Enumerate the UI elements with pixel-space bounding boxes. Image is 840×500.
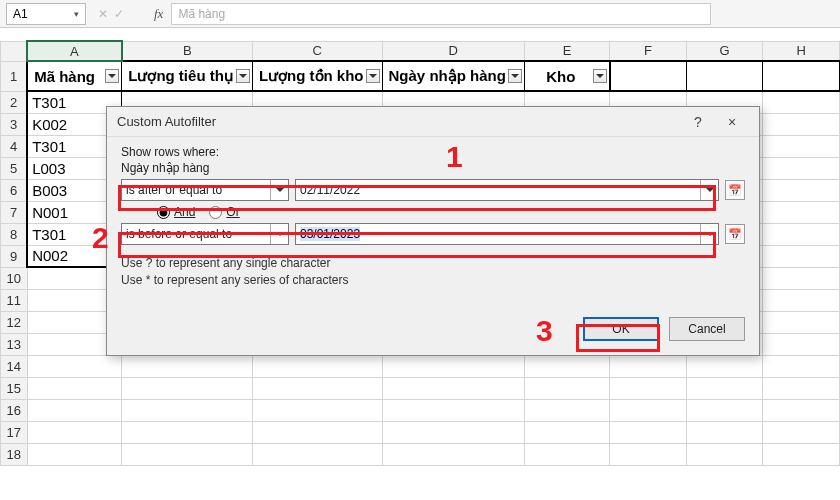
filter-button[interactable]	[236, 69, 250, 83]
row-header[interactable]: 6	[1, 179, 28, 201]
cell[interactable]	[763, 267, 840, 289]
cell[interactable]	[763, 245, 840, 267]
ok-button[interactable]: OK	[583, 317, 659, 341]
cell[interactable]	[686, 399, 763, 421]
cell[interactable]	[763, 157, 840, 179]
row-header[interactable]: 14	[1, 355, 28, 377]
cell[interactable]	[252, 377, 382, 399]
chevron-down-icon[interactable]	[700, 224, 718, 244]
formula-input[interactable]: Mã hàng	[171, 3, 711, 25]
cell[interactable]	[610, 399, 687, 421]
row-header[interactable]: 15	[1, 377, 28, 399]
select-all-corner[interactable]	[1, 41, 28, 61]
cell[interactable]	[763, 377, 840, 399]
header-cell-a[interactable]: Mã hàng	[27, 61, 122, 91]
cell[interactable]	[27, 399, 122, 421]
col-header-h[interactable]: H	[763, 41, 840, 61]
cell[interactable]	[763, 311, 840, 333]
row-header[interactable]: 11	[1, 289, 28, 311]
cell[interactable]	[763, 61, 840, 91]
cell[interactable]	[382, 377, 524, 399]
col-header-c[interactable]: C	[252, 41, 382, 61]
header-cell-e[interactable]: Kho	[524, 61, 609, 91]
row-header[interactable]: 17	[1, 421, 28, 443]
chevron-down-icon[interactable]	[270, 180, 288, 200]
row-header[interactable]: 7	[1, 201, 28, 223]
cell[interactable]	[763, 223, 840, 245]
col-header-d[interactable]: D	[382, 41, 524, 61]
cell[interactable]	[610, 443, 687, 465]
cell[interactable]	[524, 443, 609, 465]
col-header-b[interactable]: B	[122, 41, 253, 61]
cell[interactable]	[382, 421, 524, 443]
chevron-down-icon[interactable]: ▾	[74, 9, 79, 19]
header-cell-d[interactable]: Ngày nhập hàng	[382, 61, 524, 91]
header-cell-c[interactable]: Lượng tồn kho	[252, 61, 382, 91]
cell[interactable]	[252, 355, 382, 377]
cell[interactable]	[122, 443, 253, 465]
cell[interactable]	[27, 355, 122, 377]
cell[interactable]	[382, 355, 524, 377]
cell[interactable]	[524, 377, 609, 399]
cell[interactable]	[524, 355, 609, 377]
cell[interactable]	[122, 421, 253, 443]
row-header[interactable]: 5	[1, 157, 28, 179]
cell[interactable]	[763, 443, 840, 465]
row-header[interactable]: 12	[1, 311, 28, 333]
filter-button[interactable]	[105, 69, 119, 83]
cell[interactable]	[763, 179, 840, 201]
and-radio-input[interactable]	[157, 206, 170, 219]
row-header[interactable]: 9	[1, 245, 28, 267]
fx-icon[interactable]: fx	[154, 6, 163, 22]
row-header[interactable]: 2	[1, 91, 28, 113]
cell[interactable]	[610, 421, 687, 443]
cell[interactable]	[610, 61, 687, 91]
cell[interactable]	[252, 443, 382, 465]
cell[interactable]	[122, 399, 253, 421]
row-header[interactable]: 10	[1, 267, 28, 289]
dialog-titlebar[interactable]: Custom Autofilter ? ×	[107, 107, 759, 137]
chevron-down-icon[interactable]	[270, 224, 288, 244]
cell[interactable]	[382, 443, 524, 465]
cell[interactable]	[27, 443, 122, 465]
row-header[interactable]: 18	[1, 443, 28, 465]
cell[interactable]	[763, 201, 840, 223]
row-header[interactable]: 1	[1, 61, 28, 91]
col-header-g[interactable]: G	[686, 41, 763, 61]
cell[interactable]	[763, 113, 840, 135]
row-header[interactable]: 16	[1, 399, 28, 421]
cell[interactable]	[686, 421, 763, 443]
chevron-down-icon[interactable]	[700, 180, 718, 200]
cell[interactable]	[763, 421, 840, 443]
cell[interactable]	[524, 421, 609, 443]
cell[interactable]	[763, 399, 840, 421]
or-radio-input[interactable]	[209, 206, 222, 219]
cell[interactable]	[122, 377, 253, 399]
cell[interactable]	[763, 135, 840, 157]
cell[interactable]	[382, 399, 524, 421]
value1-dropdown[interactable]: 02/11/2022	[295, 179, 719, 201]
date-picker-icon[interactable]: 📅	[725, 180, 745, 200]
cell[interactable]	[686, 377, 763, 399]
cell[interactable]	[763, 91, 840, 113]
name-box[interactable]: A1 ▾	[6, 3, 86, 25]
row-header[interactable]: 13	[1, 333, 28, 355]
header-cell-b[interactable]: Lượng tiêu thụ	[122, 61, 253, 91]
cell[interactable]	[763, 333, 840, 355]
cell[interactable]	[27, 377, 122, 399]
filter-button[interactable]	[593, 69, 607, 83]
col-header-f[interactable]: F	[610, 41, 687, 61]
cell[interactable]	[252, 421, 382, 443]
condition1-dropdown[interactable]: is after or equal to	[121, 179, 289, 201]
cell[interactable]	[686, 355, 763, 377]
cell[interactable]	[763, 355, 840, 377]
row-header[interactable]: 3	[1, 113, 28, 135]
close-button[interactable]: ×	[715, 110, 749, 134]
filter-button[interactable]	[508, 69, 522, 83]
row-header[interactable]: 4	[1, 135, 28, 157]
cell[interactable]	[122, 355, 253, 377]
condition2-dropdown[interactable]: is before or equal to	[121, 223, 289, 245]
cell[interactable]	[524, 399, 609, 421]
col-header-a[interactable]: A	[27, 41, 122, 61]
col-header-e[interactable]: E	[524, 41, 609, 61]
